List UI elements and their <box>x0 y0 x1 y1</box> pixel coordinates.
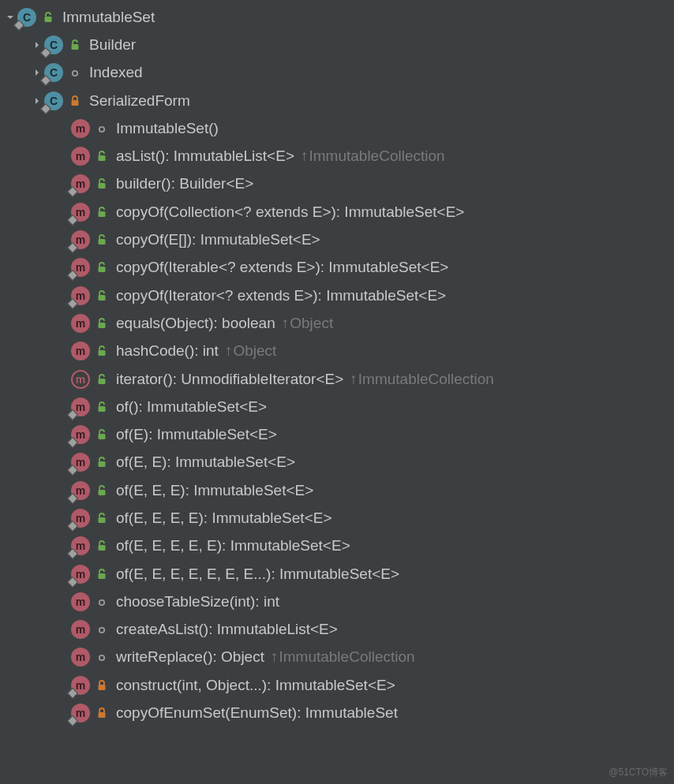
svg-point-21 <box>99 600 104 605</box>
tree-row[interactable]: mImmutableSet() <box>0 114 674 142</box>
chevron-right-icon[interactable] <box>30 97 44 105</box>
public-lock-icon <box>92 233 111 247</box>
svg-rect-20 <box>99 573 106 579</box>
method-icon: m <box>71 342 90 360</box>
method-icon: m <box>71 453 90 472</box>
svg-rect-5 <box>99 155 106 161</box>
tree-row[interactable]: CImmutableSet <box>0 3 674 31</box>
tree-row[interactable]: mcopyOfEnumSet(EnumSet): ImmutableSet <box>0 699 674 726</box>
member-label: createAsList(): ImmutableList<E> <box>116 621 338 638</box>
svg-rect-18 <box>99 517 106 523</box>
tree-row[interactable]: mequals(Object): boolean↑Object <box>0 309 674 337</box>
tree-row[interactable]: mwriteReplace(): Object↑ImmutableCollect… <box>0 644 674 671</box>
tree-row[interactable]: mof(): ImmutableSet<E> <box>0 393 674 420</box>
tree-row[interactable]: mof(E, E, E, E, E, E, E...): ImmutableSe… <box>0 560 674 588</box>
member-label: of(E, E, E, E, E): ImmutableSet<E> <box>116 537 350 554</box>
tree-row[interactable]: mcopyOf(E[]): ImmutableSet<E> <box>0 226 674 253</box>
package-visibility-icon <box>92 622 111 637</box>
svg-rect-3 <box>72 100 79 106</box>
public-lock-icon <box>92 344 111 358</box>
method-icon: m <box>71 425 90 444</box>
member-label: builder(): Builder<E> <box>116 175 253 192</box>
svg-point-2 <box>73 71 77 76</box>
inherited-from-label: ↑ImmutableCollection <box>350 371 494 388</box>
tree-row[interactable]: CBuilder <box>0 31 674 58</box>
method-icon: m <box>71 676 90 695</box>
package-visibility-icon <box>92 121 111 136</box>
svg-rect-16 <box>99 461 106 467</box>
member-label: construct(int, Object...): ImmutableSet<… <box>116 677 395 694</box>
public-lock-icon <box>92 455 111 469</box>
method-icon: m <box>71 370 90 389</box>
up-arrow-icon: ↑ <box>350 371 358 388</box>
member-label: ImmutableSet() <box>116 120 219 137</box>
tree-row[interactable]: CIndexed <box>0 59 674 87</box>
chevron-down-icon[interactable] <box>3 13 17 21</box>
tree-row[interactable]: mof(E, E, E, E): ImmutableSet<E> <box>0 504 674 532</box>
inherited-from-label: ↑Object <box>225 342 276 360</box>
member-label: of(E, E): ImmutableSet<E> <box>116 454 295 471</box>
inherited-from-label: ↑ImmutableCollection <box>301 147 445 165</box>
member-label: of(E, E, E, E): ImmutableSet<E> <box>116 510 332 527</box>
public-lock-icon <box>92 567 111 581</box>
tree-row[interactable]: mcopyOf(Iterable<? extends E>): Immutabl… <box>0 254 674 282</box>
member-label: copyOf(E[]): ImmutableSet<E> <box>116 231 320 248</box>
tree-row[interactable]: mcopyOf(Collection<? extends E>): Immuta… <box>0 198 674 226</box>
inherited-from-label: ↑Object <box>282 315 333 332</box>
svg-rect-8 <box>99 239 106 245</box>
member-label: writeReplace(): Object <box>116 648 264 666</box>
tree-row[interactable]: mchooseTableSize(int): int <box>0 588 674 615</box>
member-label: Indexed <box>89 64 143 81</box>
tree-row[interactable]: mof(E, E, E): ImmutableSet<E> <box>0 476 674 504</box>
member-label: SerializedForm <box>89 92 190 110</box>
public-lock-icon <box>92 289 111 303</box>
svg-rect-1 <box>72 44 79 50</box>
tree-row[interactable]: mconstruct(int, Object...): ImmutableSet… <box>0 671 674 699</box>
member-label: of(E, E, E, E, E, E, E...): ImmutableSet… <box>116 566 399 583</box>
method-icon: m <box>71 119 90 138</box>
package-visibility-icon <box>66 65 84 80</box>
method-icon: m <box>71 398 90 416</box>
member-label: Builder <box>89 36 136 54</box>
member-label: copyOf(Collection<? extends E>): Immutab… <box>116 203 464 221</box>
private-lock-icon <box>92 678 111 693</box>
tree-row[interactable]: mof(E, E): ImmutableSet<E> <box>0 449 674 476</box>
tree-row[interactable]: mbuilder(): Builder<E> <box>0 170 674 198</box>
tree-row[interactable]: masList(): ImmutableList<E>↑ImmutableCol… <box>0 142 674 170</box>
tree-row[interactable]: mof(E): ImmutableSet<E> <box>0 420 674 448</box>
member-label: asList(): ImmutableList<E> <box>116 147 294 165</box>
structure-tree: CImmutableSetCBuilderCIndexedCSerialized… <box>0 3 674 727</box>
member-label: equals(Object): boolean <box>116 315 275 332</box>
tree-row[interactable]: CSerializedForm <box>0 87 674 114</box>
method-icon: m <box>71 565 90 584</box>
svg-point-4 <box>99 127 104 132</box>
public-lock-icon <box>92 483 111 498</box>
tree-row[interactable]: mof(E, E, E, E, E): ImmutableSet<E> <box>0 532 674 560</box>
svg-rect-7 <box>99 211 106 217</box>
tree-row[interactable]: miterator(): UnmodifiableIterator<E>↑Imm… <box>0 365 674 393</box>
svg-point-22 <box>99 628 104 633</box>
public-lock-icon <box>92 260 111 274</box>
method-icon: m <box>71 536 90 555</box>
method-icon: m <box>71 620 90 639</box>
svg-rect-12 <box>99 350 106 356</box>
method-icon: m <box>71 509 90 528</box>
member-label: iterator(): UnmodifiableIterator<E> <box>116 371 343 388</box>
chevron-right-icon[interactable] <box>30 41 44 49</box>
svg-rect-10 <box>99 295 106 301</box>
tree-row[interactable]: mcopyOf(Iterator<? extends E>): Immutabl… <box>0 282 674 309</box>
svg-rect-15 <box>99 434 106 439</box>
public-lock-icon <box>92 149 111 163</box>
package-visibility-icon <box>92 595 111 609</box>
method-icon: m <box>71 481 90 500</box>
method-icon: m <box>71 704 90 722</box>
svg-rect-6 <box>99 183 106 189</box>
tree-row[interactable]: mhashCode(): int↑Object <box>0 338 674 365</box>
public-lock-icon <box>92 539 111 553</box>
method-icon: m <box>71 174 90 193</box>
chevron-right-icon[interactable] <box>30 69 44 77</box>
public-lock-icon <box>92 427 111 442</box>
svg-rect-17 <box>99 490 106 495</box>
tree-row[interactable]: mcreateAsList(): ImmutableList<E> <box>0 616 674 644</box>
public-lock-icon <box>92 316 111 330</box>
